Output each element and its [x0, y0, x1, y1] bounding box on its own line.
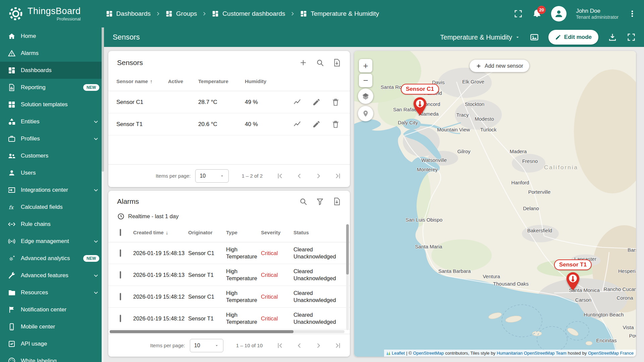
chart-history-icon[interactable] — [293, 120, 302, 129]
fullscreen-icon[interactable] — [514, 9, 523, 18]
chart-history-icon[interactable] — [293, 98, 302, 107]
column-header-type[interactable]: Type — [226, 230, 261, 235]
column-header-temperature[interactable]: Temperature — [198, 78, 245, 84]
sidebar-item-dashboards[interactable]: Dashboards — [0, 62, 104, 79]
dashboard-state-select[interactable]: Temperature & Humidity — [440, 34, 520, 41]
add-new-sensor-button[interactable]: Add new sensor — [470, 60, 529, 72]
image-gallery-icon[interactable] — [530, 33, 539, 42]
sidebar-item-reporting[interactable]: Reporting NEW — [0, 79, 104, 96]
sidebar-item-calculated-fields[interactable]: fx Calculated fields — [0, 198, 104, 216]
filter-funnel-icon[interactable] — [316, 197, 324, 206]
column-header-originator[interactable]: Originator — [188, 230, 226, 235]
column-header-status[interactable]: Status — [293, 230, 350, 235]
dashboard-grid-icon — [212, 10, 219, 17]
row-checkbox[interactable] — [120, 271, 121, 279]
alarms-time-window[interactable]: Realtime - last 1 day — [108, 209, 350, 223]
column-header-humidity[interactable]: Humidity — [245, 78, 288, 84]
breadcrumb-item-current-dashboard[interactable]: Temperature & Humidity — [300, 10, 379, 17]
sidebar-item-users[interactable]: Users — [0, 164, 104, 181]
sidebar-item-api-usage[interactable]: API usage — [0, 335, 104, 352]
new-badge: NEW — [83, 84, 99, 91]
map-marker-sensor-c1[interactable] — [412, 97, 428, 116]
map-canvas[interactable]: DavisElk GroveSanta RosaFairfieldConcord… — [354, 51, 636, 357]
breadcrumb-item-dashboards[interactable]: Dashboards — [106, 10, 151, 17]
select-all-checkbox[interactable] — [120, 229, 121, 236]
edit-pencil-icon[interactable] — [312, 120, 321, 129]
row-checkbox[interactable] — [120, 249, 121, 257]
export-file-icon[interactable] — [332, 58, 341, 67]
edit-pencil-icon[interactable] — [312, 98, 321, 107]
my-location-button[interactable] — [358, 106, 373, 121]
map-marker-sensor-t1[interactable] — [565, 272, 581, 291]
delete-trash-icon[interactable] — [331, 98, 340, 107]
export-file-icon[interactable] — [332, 197, 341, 206]
sidebar-item-advanced-features[interactable]: Advanced features — [0, 267, 104, 284]
first-page-icon[interactable] — [275, 172, 284, 180]
page-size-select[interactable]: 10 — [195, 169, 229, 183]
edit-mode-button[interactable]: Edit mode — [548, 30, 598, 45]
avatar[interactable] — [551, 6, 567, 21]
last-page-icon[interactable] — [334, 172, 342, 180]
map-marker-label-sensor-t1[interactable]: Sensor T1 — [554, 259, 592, 270]
sensor-row[interactable]: Sensor C1 28.7 °C 49 % — [108, 91, 350, 113]
sidebar-item-solution-templates[interactable]: Solution templates — [0, 96, 104, 113]
alarms-vertical-scrollbar[interactable] — [346, 224, 349, 330]
previous-page-icon[interactable] — [295, 172, 304, 180]
palette-icon — [7, 357, 16, 362]
sidebar-item-white-labeling[interactable]: White labeling — [0, 352, 104, 362]
leaflet-link[interactable]: Leaflet — [392, 351, 405, 356]
hot-link[interactable]: Humanitarian OpenStreetMap Team — [497, 351, 567, 356]
search-icon[interactable] — [316, 58, 324, 67]
first-page-icon[interactable] — [275, 341, 284, 350]
sidebar-item-home[interactable]: Home — [0, 27, 104, 45]
user-info[interactable]: John Doe Tenant administrator — [576, 7, 619, 20]
osm-link[interactable]: OpenStreetMap — [413, 351, 444, 356]
alarm-row[interactable]: 2026-01-19 15:48:13 Sensor T1 High Tempe… — [108, 264, 350, 286]
column-header-severity[interactable]: Severity — [261, 230, 293, 235]
map-marker-label-sensor-c1[interactable]: Sensor C1 — [401, 84, 439, 95]
fullscreen-icon[interactable] — [627, 33, 636, 42]
row-checkbox[interactable] — [120, 293, 121, 300]
zoom-out-button[interactable]: − — [359, 74, 372, 87]
column-header-created-time[interactable]: Created time↓ — [133, 230, 188, 235]
notifications-button[interactable]: 20 — [532, 8, 542, 19]
search-icon[interactable] — [299, 197, 308, 206]
column-header-active[interactable]: Active — [168, 78, 198, 84]
sidebar-item-entities[interactable]: Entities — [0, 113, 104, 130]
delete-trash-icon[interactable] — [331, 120, 340, 129]
next-page-icon[interactable] — [314, 341, 323, 350]
row-checkbox[interactable] — [120, 315, 121, 322]
sidebar-item-notification-center[interactable]: Notification center — [0, 301, 104, 318]
column-header-sensor-name[interactable]: Sensor name↑ — [116, 78, 168, 84]
sensor-row[interactable]: Sensor T1 20.6 °C 40 % — [108, 113, 350, 135]
sensors-widget-title: Sensors — [117, 59, 143, 67]
zoom-in-button[interactable]: + — [359, 59, 372, 72]
sidebar-item-customers[interactable]: Customers — [0, 147, 104, 164]
alarm-row[interactable]: 2026-01-19 15:48:12 Sensor T1 High Tempe… — [108, 308, 350, 329]
sidebar-scrollbar[interactable] — [102, 27, 104, 362]
map-place-label: Hanford — [511, 180, 529, 185]
add-sensor-icon[interactable] — [299, 58, 308, 67]
page-size-select[interactable]: 10 — [190, 339, 223, 352]
sidebar-item-advanced-analytics[interactable]: Advanced analytics NEW — [0, 250, 104, 267]
sidebar-item-rule-chains[interactable]: Rule chains — [0, 216, 104, 233]
sidebar-item-integrations-center[interactable]: Integrations center — [0, 181, 104, 198]
map-layers-button[interactable] — [358, 88, 373, 104]
osm-france-link[interactable]: OpenStreetMap France — [588, 351, 634, 356]
sidebar-item-resources[interactable]: Resources — [0, 284, 104, 301]
sidebar-item-profiles[interactable]: Profiles — [0, 130, 104, 147]
next-page-icon[interactable] — [314, 172, 323, 180]
last-page-icon[interactable] — [334, 341, 342, 350]
breadcrumb-item-groups[interactable]: Groups — [165, 10, 197, 17]
kebab-menu-icon[interactable] — [628, 9, 637, 18]
alarm-row[interactable]: 2026-01-19 15:48:13 Sensor C1 High Tempe… — [108, 242, 350, 264]
previous-page-icon[interactable] — [295, 341, 304, 350]
sidebar-item-edge-management[interactable]: Edge management — [0, 233, 104, 250]
breadcrumb-item-customer-dashboards[interactable]: Customer dashboards — [212, 10, 285, 17]
download-icon[interactable] — [608, 33, 617, 42]
alarms-horizontal-scrollbar[interactable] — [110, 330, 344, 333]
sidebar-item-alarms[interactable]: Alarms — [0, 45, 104, 62]
alarm-row[interactable]: 2026-01-19 15:48:12 Sensor C1 High Tempe… — [108, 286, 350, 308]
sidebar-item-mobile-center[interactable]: Mobile center — [0, 318, 104, 335]
brand-logo[interactable]: ThingsBoard Professional — [8, 6, 81, 21]
